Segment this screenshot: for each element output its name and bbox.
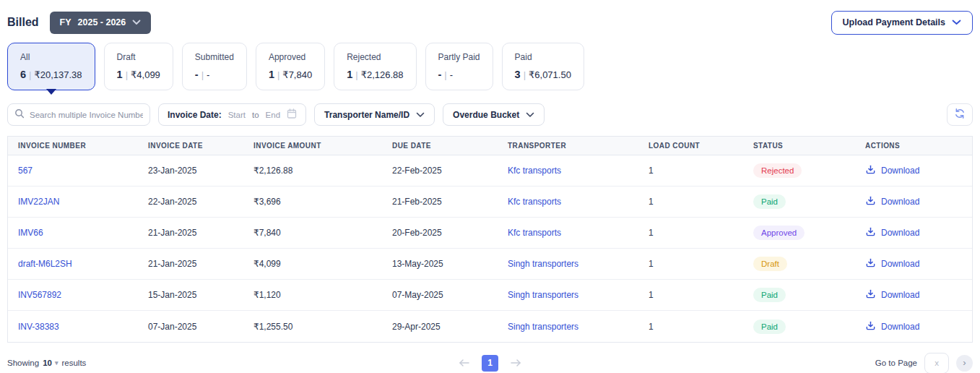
go-to-page-input[interactable]: [924, 353, 949, 373]
column-header: INVOICE AMOUNT: [243, 142, 382, 150]
table-row: INV567892 15-Jan-2025 ₹1,120 07-May-2025…: [8, 280, 972, 311]
invoice-number-link[interactable]: IMV22JAN: [8, 197, 138, 207]
status-tab[interactable]: All 6|₹20,137.38: [7, 43, 95, 90]
status-badge: Paid: [753, 194, 786, 209]
showing-label: Showing: [7, 359, 39, 367]
status-tab[interactable]: Rejected 1|₹2,126.88: [334, 43, 416, 90]
status-cell: Paid: [743, 320, 855, 334]
results-summary: Showing 10 ▾ results: [7, 359, 329, 367]
load-count-cell: 1: [638, 197, 743, 207]
date-end-field[interactable]: End: [266, 111, 280, 119]
tab-amount: ₹2,126.88: [361, 69, 404, 80]
date-start-field[interactable]: Start: [228, 111, 246, 119]
status-cell: Draft: [743, 257, 855, 271]
overdue-bucket-dropdown[interactable]: Overdue Bucket: [443, 103, 545, 126]
search-input[interactable]: [30, 111, 143, 119]
tab-amount: ₹6,071.50: [529, 69, 571, 80]
invoice-number-link[interactable]: 567: [8, 166, 138, 176]
tab-value: -|-: [438, 69, 480, 80]
upload-payment-details-button[interactable]: Upload Payment Details: [831, 11, 973, 35]
transporter-link[interactable]: Singh transporters: [498, 259, 638, 269]
download-button[interactable]: Download: [865, 164, 972, 177]
load-count-cell: 1: [638, 166, 743, 176]
status-tab[interactable]: Draft 1|₹4,099: [104, 43, 173, 90]
tab-separator: |: [26, 69, 34, 80]
status-tab[interactable]: Partly Paid -|-: [425, 43, 493, 90]
go-to-page-button[interactable]: ›: [956, 355, 973, 372]
column-header: LOAD COUNT: [638, 142, 743, 150]
tab-amount: -: [207, 69, 209, 80]
invoice-amount-cell: ₹1,120: [243, 290, 382, 300]
tab-separator: |: [352, 69, 360, 80]
invoice-search: [7, 103, 150, 126]
invoice-number-link[interactable]: draft-M6L2SH: [8, 259, 138, 269]
tab-amount: ₹4,099: [131, 69, 160, 80]
status-cell: Approved: [743, 226, 855, 240]
tab-amount: -: [450, 69, 453, 80]
download-button[interactable]: Download: [865, 226, 972, 239]
tab-separator: |: [441, 69, 449, 80]
filter-bar: Invoice Date: Start to End Transporter N…: [7, 103, 973, 126]
tab-value: -|-: [195, 69, 234, 80]
transporter-link[interactable]: Kfc transports: [498, 197, 638, 207]
tab-separator: |: [274, 69, 282, 80]
invoice-number-link[interactable]: IMV66: [8, 228, 138, 238]
transporter-link[interactable]: Singh transporters: [498, 322, 638, 332]
transporter-link[interactable]: Kfc transports: [498, 166, 638, 176]
status-badge: Rejected: [753, 163, 802, 178]
top-left: Billed FY 2025 - 2026: [7, 12, 151, 34]
load-count-cell: 1: [638, 290, 743, 300]
invoice-amount-cell: ₹7,840: [243, 228, 382, 238]
invoice-number-link[interactable]: INV-38383: [8, 322, 138, 332]
go-to-page-label: Go to Page: [875, 359, 917, 367]
tab-amount: ₹20,137.38: [34, 69, 82, 80]
download-button[interactable]: Download: [865, 195, 972, 208]
transporter-link[interactable]: Kfc transports: [498, 228, 638, 238]
go-to-page: Go to Page ›: [651, 353, 973, 373]
table-row: draft-M6L2SH 21-Jan-2025 ₹4,099 13-May-2…: [8, 249, 972, 280]
fiscal-year-dropdown[interactable]: FY 2025 - 2026: [50, 12, 152, 34]
overdue-bucket-label: Overdue Bucket: [453, 110, 519, 120]
search-icon: [14, 108, 25, 121]
load-count-cell: 1: [638, 322, 743, 332]
invoice-date-filter[interactable]: Invoice Date: Start to End: [158, 103, 306, 126]
due-date-cell: 20-Feb-2025: [382, 228, 498, 238]
invoice-date-cell: 21-Jan-2025: [138, 228, 243, 238]
download-button[interactable]: Download: [865, 320, 972, 333]
invoice-date-label: Invoice Date:: [168, 110, 222, 120]
status-badge: Approved: [753, 226, 805, 240]
tab-label: Submitted: [195, 52, 234, 62]
due-date-cell: 21-Feb-2025: [382, 197, 498, 207]
table-footer: Showing 10 ▾ results 1 Go to Page ›: [7, 352, 973, 373]
download-icon: [865, 195, 876, 208]
transporter-link[interactable]: Singh transporters: [498, 290, 638, 300]
tab-count: 1: [117, 69, 123, 80]
invoice-amount-cell: ₹4,099: [243, 259, 382, 269]
status-tab[interactable]: Submitted -|-: [182, 43, 247, 90]
invoice-number-link[interactable]: INV567892: [8, 290, 138, 300]
refresh-button[interactable]: [947, 103, 973, 126]
page-size-select[interactable]: 10 ▾: [43, 359, 58, 367]
download-button[interactable]: Download: [865, 257, 972, 270]
next-page-button[interactable]: [510, 359, 522, 367]
due-date-cell: 13-May-2025: [382, 259, 498, 269]
download-label: Download: [881, 290, 919, 300]
status-tab[interactable]: Paid 3|₹6,071.50: [502, 43, 584, 90]
tab-count: 1: [269, 69, 274, 80]
transporter-filter-dropdown[interactable]: Transporter Name/ID: [314, 103, 435, 126]
page-title: Billed: [7, 16, 39, 29]
billed-page: Billed FY 2025 - 2026 Upload Payment Det…: [0, 0, 980, 373]
page-number-button[interactable]: 1: [482, 355, 498, 372]
invoice-amount-cell: ₹2,126.88: [243, 166, 382, 176]
table-header-row: INVOICE NUMBER INVOICE DATE INVOICE AMOU…: [8, 137, 972, 155]
actions-cell: Download: [855, 257, 972, 270]
download-icon: [865, 164, 876, 177]
upload-payment-details-label: Upload Payment Details: [843, 17, 945, 27]
tab-value: 3|₹6,071.50: [515, 69, 571, 80]
download-button[interactable]: Download: [865, 288, 972, 301]
chevron-down-icon: [416, 110, 425, 120]
download-label: Download: [881, 259, 919, 269]
due-date-cell: 22-Feb-2025: [382, 166, 498, 176]
status-tab[interactable]: Approved 1|₹7,840: [256, 43, 325, 90]
previous-page-button[interactable]: [458, 359, 470, 367]
